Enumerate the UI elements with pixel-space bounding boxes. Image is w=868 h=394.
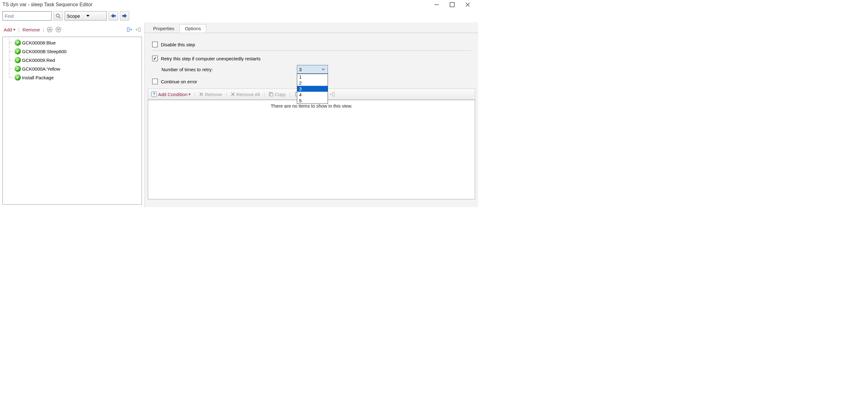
chevron-down-icon	[86, 14, 105, 18]
disable-step-label: Disable this step	[161, 42, 195, 47]
svg-rect-11	[127, 28, 129, 31]
copy-icon	[269, 92, 274, 97]
close-button[interactable]	[464, 1, 471, 8]
success-icon: ✓	[14, 48, 21, 54]
arrow-right-icon	[121, 13, 128, 18]
svg-rect-27	[333, 92, 335, 96]
delete-icon	[231, 92, 235, 96]
success-icon: ✓	[14, 74, 21, 81]
svg-rect-13	[138, 28, 141, 31]
separator: |	[264, 92, 265, 97]
step-tree[interactable]: ✓ GCK00008:Blue ✓ GCK0000B:Sleep600 ✓ GC…	[2, 37, 142, 205]
expand-all-button[interactable]	[55, 26, 62, 33]
tree-item[interactable]: ✓ GCK0000A:Yellow	[3, 64, 142, 73]
options-panel: Disable this step Retry this step if com…	[145, 33, 478, 89]
retry-count-value: 3	[297, 67, 321, 72]
tab-options[interactable]: Options	[180, 24, 206, 33]
tree-item-label: GCK0000A:Yellow	[22, 66, 60, 72]
maximize-button[interactable]	[448, 1, 456, 8]
search-icon	[55, 13, 61, 19]
remove-button[interactable]: Remove	[22, 26, 41, 33]
combo-option[interactable]: 4	[297, 92, 328, 97]
tree-item-label: Install Package	[22, 75, 54, 80]
tree-connector	[7, 64, 13, 73]
tree-item-label: GCK00009:Red	[22, 58, 55, 63]
tree-item-label: GCK00008:Blue	[22, 40, 56, 46]
tree-item-label: GCK0000B:Sleep600	[22, 49, 66, 54]
retry-count-listbox[interactable]: 1 2 3 4 5	[297, 74, 328, 104]
tree-connector	[7, 47, 13, 56]
tree-item[interactable]: ✓ GCK0000B:Sleep600	[3, 47, 142, 56]
add-condition-label: Add Condition	[158, 92, 187, 97]
minimize-button[interactable]	[433, 1, 440, 8]
move-in-button[interactable]	[134, 26, 142, 33]
separator: |	[289, 92, 291, 97]
add-button[interactable]: Add ▾	[2, 26, 17, 33]
move-out-button[interactable]	[126, 26, 133, 33]
remove-label: Remove	[23, 27, 40, 32]
condition-list[interactable]: There are no items to show in this view.	[148, 100, 475, 199]
combo-option[interactable]: 1	[297, 74, 328, 80]
retry-count-label: Number of times to retry:	[161, 67, 292, 72]
continue-on-error-checkbox[interactable]	[152, 79, 158, 84]
main-toolbar: x Scope	[0, 9, 478, 22]
window-title: TS dyn var - sleep Task Sequence Editor	[1, 2, 433, 7]
svg-rect-1	[450, 2, 454, 7]
separator: |	[226, 92, 227, 97]
remove-condition-button[interactable]: Remove	[198, 91, 223, 97]
retry-checkbox[interactable]	[152, 56, 158, 61]
combo-option[interactable]: 3	[297, 86, 328, 92]
chevron-down-icon	[321, 67, 328, 71]
help-icon: ?	[151, 91, 157, 97]
tab-properties[interactable]: Properties	[148, 24, 180, 33]
remove-condition-label: Remove	[205, 92, 222, 97]
disable-step-checkbox[interactable]	[152, 42, 158, 47]
copy-label: Copy	[275, 92, 286, 97]
success-icon: ✓	[14, 66, 21, 72]
svg-marker-8	[122, 14, 127, 18]
separator: |	[43, 27, 44, 32]
remove-all-label: Remove All	[236, 92, 260, 97]
svg-marker-7	[111, 14, 116, 18]
scope-label: Scope	[67, 13, 86, 19]
scope-dropdown[interactable]: Scope	[65, 11, 107, 21]
chevron-down-icon: ▾	[13, 27, 15, 32]
add-condition-button[interactable]: ? Add Condition ▾	[150, 91, 192, 97]
svg-point-4	[56, 14, 59, 17]
move-in-button[interactable]	[328, 90, 337, 98]
tree-connector	[7, 73, 13, 82]
retry-count-combobox[interactable]: 3 1 2 3 4 5	[297, 65, 328, 74]
separator	[152, 50, 471, 51]
svg-rect-22	[270, 93, 273, 96]
combo-option[interactable]: 2	[297, 80, 328, 86]
search-button[interactable]	[54, 11, 63, 21]
left-toolbar: Add ▾ | Remove |	[0, 22, 145, 37]
chevron-down-icon: ▾	[188, 92, 190, 96]
collapse-all-button[interactable]	[46, 26, 54, 33]
titlebar: TS dyn var - sleep Task Sequence Editor	[0, 0, 478, 9]
continue-on-error-label: Continue on error	[161, 79, 197, 84]
tree-connector	[7, 56, 13, 64]
arrow-left-icon	[110, 13, 117, 18]
success-icon: ✓	[14, 39, 21, 46]
combo-option[interactable]: 5	[297, 97, 328, 104]
tab-row: Properties Options	[145, 22, 478, 33]
tree-item[interactable]: ✓ GCK00009:Red	[3, 56, 142, 64]
right-pane: Properties Options Disable this step Ret…	[145, 22, 478, 207]
nav-forward-button[interactable]	[120, 11, 129, 21]
svg-marker-6	[86, 15, 89, 17]
separator: |	[18, 27, 20, 32]
copy-condition-button[interactable]: Copy	[268, 91, 287, 97]
retry-label: Retry this step if computer unexpectedly…	[161, 56, 260, 61]
nav-back-button[interactable]	[109, 11, 118, 21]
find-field[interactable]: x	[2, 11, 52, 21]
tree-item[interactable]: ✓ Install Package	[3, 73, 142, 82]
left-pane: Add ▾ | Remove |	[0, 22, 145, 207]
empty-list-text: There are no items to show in this view.	[271, 103, 352, 109]
success-icon: ✓	[14, 57, 21, 63]
remove-all-conditions-button[interactable]: Remove All	[229, 91, 261, 97]
separator: |	[194, 92, 195, 97]
svg-text:?: ?	[153, 92, 155, 96]
tree-item[interactable]: ✓ GCK00008:Blue	[3, 38, 142, 47]
delete-icon	[199, 92, 204, 96]
